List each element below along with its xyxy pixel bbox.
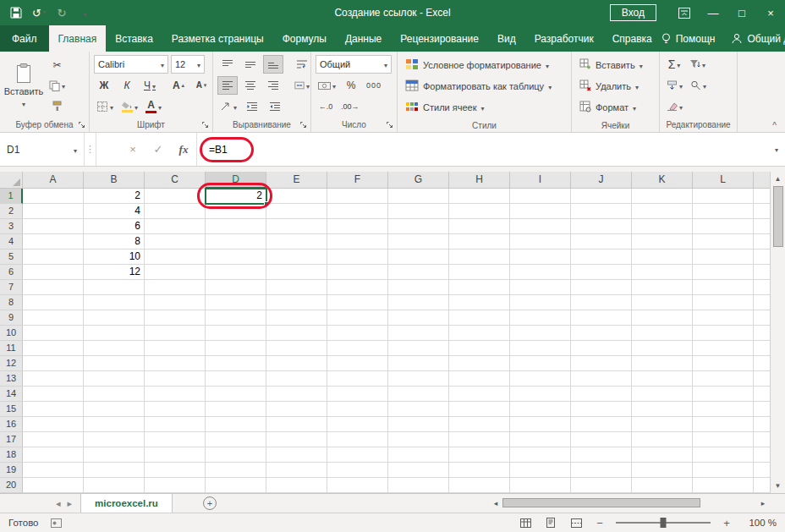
cell-G4[interactable] — [388, 234, 449, 250]
cell-B5[interactable]: 10 — [84, 250, 145, 265]
cell-I1[interactable] — [510, 189, 571, 204]
cell-G2[interactable] — [388, 204, 449, 219]
column-header-A[interactable]: A — [23, 172, 84, 189]
merge-center-button[interactable] — [292, 76, 312, 95]
cell-F6[interactable] — [327, 265, 388, 280]
delete-cells-button[interactable]: Удалить — [576, 75, 655, 96]
row-header-16[interactable]: 16 — [0, 417, 23, 432]
row-header-4[interactable]: 4 — [0, 234, 23, 250]
cell-I16[interactable] — [510, 417, 571, 432]
cell-B6[interactable]: 12 — [84, 265, 145, 280]
cell-D2[interactable] — [206, 204, 266, 219]
cell-H5[interactable] — [449, 250, 510, 265]
cell-J4[interactable] — [571, 234, 632, 250]
format-as-table-button[interactable]: Форматировать как таблицу — [402, 75, 567, 96]
increase-indent-button[interactable] — [265, 97, 285, 116]
clipboard-dialog-launcher[interactable] — [78, 121, 86, 129]
page-layout-view-button[interactable] — [541, 514, 560, 531]
cell-B19[interactable] — [84, 463, 145, 478]
cell-D18[interactable] — [206, 447, 266, 463]
cell-H14[interactable] — [449, 387, 510, 402]
cell-H11[interactable] — [449, 341, 510, 356]
cell-A3[interactable] — [23, 219, 84, 234]
cell-J8[interactable] — [571, 295, 632, 310]
row-header-15[interactable]: 15 — [0, 402, 23, 417]
column-header-D[interactable]: D — [206, 172, 266, 189]
cell-J2[interactable] — [571, 204, 632, 219]
cell-H15[interactable] — [449, 402, 510, 417]
cell-E9[interactable] — [266, 310, 327, 326]
cell-E18[interactable] — [266, 447, 327, 463]
cell-D19[interactable] — [206, 463, 266, 478]
cell-C13[interactable] — [145, 371, 206, 387]
cell-J17[interactable] — [571, 432, 632, 447]
cell-G6[interactable] — [388, 265, 449, 280]
scroll-left-button[interactable]: ◂ — [489, 499, 502, 507]
column-header-I[interactable]: I — [510, 172, 571, 189]
cell-B9[interactable] — [84, 310, 145, 326]
cell-E1[interactable] — [266, 189, 327, 204]
cell-E14[interactable] — [266, 387, 327, 402]
cell-F7[interactable] — [327, 280, 388, 295]
cell-G9[interactable] — [388, 310, 449, 326]
collapse-ribbon-button[interactable]: ^ — [772, 121, 777, 130]
cell-I8[interactable] — [510, 295, 571, 310]
scroll-up-button[interactable]: ▲ — [771, 172, 785, 186]
row-header-19[interactable]: 19 — [0, 463, 23, 478]
insert-function-button[interactable]: fx — [171, 133, 196, 166]
cell-G15[interactable] — [388, 402, 449, 417]
cell-B17[interactable] — [84, 432, 145, 447]
orientation-button[interactable] — [217, 97, 239, 116]
cell-J9[interactable] — [571, 310, 632, 326]
horizontal-scroll-thumb[interactable] — [502, 498, 700, 507]
autosum-button[interactable]: Σ — [664, 55, 684, 74]
row-header-3[interactable]: 3 — [0, 219, 23, 234]
cell-G18[interactable] — [388, 447, 449, 463]
cell-K20[interactable] — [632, 478, 693, 493]
cell-J10[interactable] — [571, 326, 632, 341]
cell-E11[interactable] — [266, 341, 327, 356]
cell-F3[interactable] — [327, 219, 388, 234]
cell-J6[interactable] — [571, 265, 632, 280]
sort-filter-button[interactable] — [687, 55, 708, 74]
cell-H7[interactable] — [449, 280, 510, 295]
comma-style-button[interactable]: 000 — [364, 76, 384, 95]
cell-L14[interactable] — [693, 387, 754, 402]
row-header-20[interactable]: 20 — [0, 478, 23, 493]
cell-I4[interactable] — [510, 234, 571, 250]
cell-I17[interactable] — [510, 432, 571, 447]
cell-I18[interactable] — [510, 447, 571, 463]
cell-F18[interactable] — [327, 447, 388, 463]
cell-H19[interactable] — [449, 463, 510, 478]
column-header-K[interactable]: K — [632, 172, 693, 189]
cell-G17[interactable] — [388, 432, 449, 447]
cell-G19[interactable] — [388, 463, 449, 478]
cell-C7[interactable] — [145, 280, 206, 295]
cell-I5[interactable] — [510, 250, 571, 265]
borders-button[interactable] — [94, 97, 116, 116]
sheet-tab-microexcel-ru[interactable]: microexcel.ru — [80, 494, 173, 513]
cell-I15[interactable] — [510, 402, 571, 417]
cell-H3[interactable] — [449, 219, 510, 234]
font-color-button[interactable]: А — [143, 97, 164, 116]
cell-G10[interactable] — [388, 326, 449, 341]
cell-L20[interactable] — [693, 478, 754, 493]
cell-A6[interactable] — [23, 265, 84, 280]
cell-B10[interactable] — [84, 326, 145, 341]
cell-J19[interactable] — [571, 463, 632, 478]
cell-K5[interactable] — [632, 250, 693, 265]
align-left-button[interactable] — [217, 76, 238, 95]
vertical-scroll-thumb[interactable] — [773, 186, 783, 247]
ribbon-tab-data[interactable]: Данные — [336, 25, 391, 52]
cell-J14[interactable] — [571, 387, 632, 402]
copy-button[interactable] — [47, 76, 68, 95]
number-dialog-launcher[interactable] — [386, 121, 394, 129]
redo-button[interactable]: ↻ — [51, 2, 73, 24]
cell-J11[interactable] — [571, 341, 632, 356]
increase-decimal-button[interactable]: ←.0 — [316, 97, 336, 116]
cell-D4[interactable] — [206, 234, 266, 250]
cell-C8[interactable] — [145, 295, 206, 310]
cancel-button[interactable]: × — [120, 133, 145, 166]
cell-A10[interactable] — [23, 326, 84, 341]
cell-F11[interactable] — [327, 341, 388, 356]
